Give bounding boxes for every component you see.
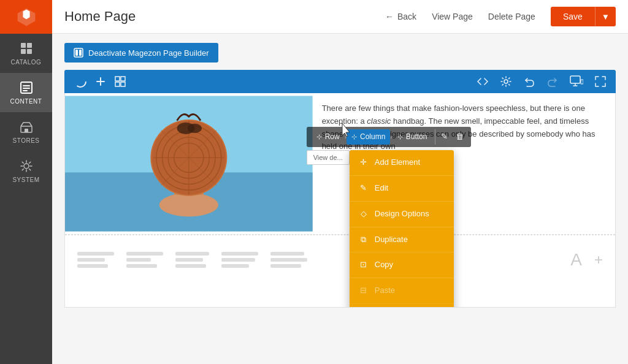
breadcrumb-column[interactable]: ⊹ Column — [347, 129, 390, 145]
breadcrumb-bar: ⊹ Row › ⊹ Column › ⊹ Button — [307, 127, 472, 147]
button-icon: ⊹ — [397, 132, 403, 143]
deactivate-icon — [74, 48, 83, 58]
context-design-options[interactable]: ◇ Design Options — [350, 202, 454, 227]
header-nav: ← Back View Page Delete Page Save ▼ — [385, 7, 616, 26]
row-icon: ⊹ — [316, 132, 322, 143]
svg-point-19 — [504, 80, 508, 83]
sidebar-item-catalog[interactable]: CATALOG — [0, 34, 52, 73]
builder-row: There are few things that make fashion-l… — [65, 93, 615, 235]
back-arrow-icon: ← — [385, 12, 394, 21]
redo-icon[interactable] — [546, 75, 559, 88]
placeholder-line — [175, 252, 209, 256]
deactivate-bar[interactable]: Deactivate Magezon Page Builder — [64, 43, 218, 63]
placeholder-line — [221, 264, 249, 268]
placeholder-line — [175, 264, 206, 268]
system-icon — [19, 159, 34, 173]
undo-icon[interactable] — [523, 75, 535, 88]
sidebar-logo — [0, 0, 52, 34]
view-details-area: View de... — [307, 150, 472, 308]
loading-icon[interactable] — [74, 75, 87, 88]
row-label: Row — [325, 131, 340, 143]
svg-point-14 — [75, 76, 86, 87]
back-link[interactable]: ← Back — [385, 12, 416, 21]
svg-rect-16 — [121, 77, 125, 81]
placeholder-line — [126, 258, 151, 262]
edit-pencil-icon[interactable]: ✎ — [438, 129, 450, 145]
svg-rect-20 — [570, 76, 580, 83]
toolbar-right — [477, 75, 607, 88]
catalog-icon — [19, 41, 34, 56]
toolbar-left — [74, 75, 467, 88]
svg-rect-0 — [21, 43, 26, 48]
svg-point-38 — [188, 124, 202, 133]
main-area: Home Page ← Back View Page Delete Page S… — [52, 0, 628, 364]
placeholder-line — [126, 264, 157, 268]
grid-toolbar-icon[interactable] — [114, 75, 126, 88]
context-copy[interactable]: ⊡ Copy — [350, 252, 454, 278]
content-area: Deactivate Magezon Page Builder — [52, 34, 628, 364]
context-dropdown-menu: ✛ Add Element ✎ Edit ◇ Design Options — [350, 150, 454, 308]
breadcrumb-actions: ✎ 🗑 — [435, 129, 466, 145]
fullscreen-icon[interactable] — [594, 75, 607, 88]
svg-rect-15 — [115, 77, 120, 81]
column-label: Column — [360, 131, 385, 143]
context-remove[interactable]: 🗑 Remove — [350, 304, 454, 308]
svg-rect-21 — [581, 80, 583, 84]
placeholder-group-2 — [126, 252, 163, 268]
element-selector-container: ⊹ Row › ⊹ Column › ⊹ Button — [307, 127, 472, 308]
settings-icon[interactable] — [500, 75, 512, 88]
placeholder-line — [270, 264, 301, 268]
svg-rect-9 — [25, 129, 28, 132]
sidebar-item-system[interactable]: SYSTEM — [0, 151, 52, 191]
content-label: CONTENT — [10, 98, 42, 105]
placeholder-line — [221, 258, 255, 262]
placeholder-line — [77, 252, 114, 256]
svg-rect-18 — [121, 82, 125, 86]
top-header: Home Page ← Back View Page Delete Page S… — [52, 0, 628, 34]
svg-rect-2 — [21, 49, 26, 54]
context-add-element[interactable]: ✛ Add Element — [350, 150, 454, 176]
placeholder-line — [221, 252, 258, 256]
stores-label: STORES — [13, 137, 40, 144]
context-edit[interactable]: ✎ Edit — [350, 176, 454, 202]
code-icon[interactable] — [477, 75, 489, 88]
svg-rect-13 — [79, 50, 82, 56]
view-details-button[interactable]: View de... — [307, 150, 350, 165]
delete-breadcrumb-icon[interactable]: 🗑 — [453, 129, 466, 145]
save-dropdown-button[interactable]: ▼ — [595, 7, 616, 26]
save-button-group: Save ▼ — [551, 7, 616, 26]
save-button[interactable]: Save — [551, 7, 595, 26]
edit-icon: ✎ — [359, 182, 369, 195]
builder-content: There are few things that make fashion-l… — [64, 93, 616, 308]
svg-rect-17 — [115, 82, 120, 86]
placeholder-group-3 — [175, 252, 209, 268]
placeholder-line — [77, 258, 105, 262]
builder-toolbar — [64, 70, 616, 93]
responsive-icon[interactable] — [570, 75, 583, 88]
copy-icon: ⊡ — [359, 259, 369, 271]
placeholder-line — [175, 258, 203, 262]
paste-icon: ⊟ — [359, 284, 369, 297]
sidebar-item-stores[interactable]: STORES — [0, 112, 52, 151]
system-label: SYSTEM — [12, 176, 39, 183]
sidebar-item-content[interactable]: CONTENT — [0, 73, 52, 112]
placeholder-line — [126, 252, 163, 256]
context-duplicate[interactable]: ⧉ Duplicate — [350, 227, 454, 253]
font-placeholder: A — [570, 250, 582, 270]
breadcrumb-row[interactable]: ⊹ Row — [312, 129, 345, 145]
add-element-placeholder[interactable]: + — [594, 251, 603, 268]
svg-rect-12 — [75, 50, 78, 56]
content-icon — [19, 80, 34, 95]
delete-page-link[interactable]: Delete Page — [488, 12, 535, 21]
placeholder-group-5 — [270, 252, 307, 268]
svg-rect-6 — [23, 88, 30, 89]
view-page-link[interactable]: View Page — [432, 12, 473, 21]
page-title: Home Page — [64, 9, 373, 25]
add-element-toolbar-icon[interactable] — [94, 75, 107, 88]
placeholder-line — [77, 264, 108, 268]
image-column — [65, 93, 313, 234]
fashion-image-svg — [65, 93, 313, 234]
breadcrumb-button[interactable]: ⊹ Button — [392, 129, 432, 145]
placeholder-line — [270, 258, 307, 262]
svg-point-10 — [24, 164, 29, 169]
